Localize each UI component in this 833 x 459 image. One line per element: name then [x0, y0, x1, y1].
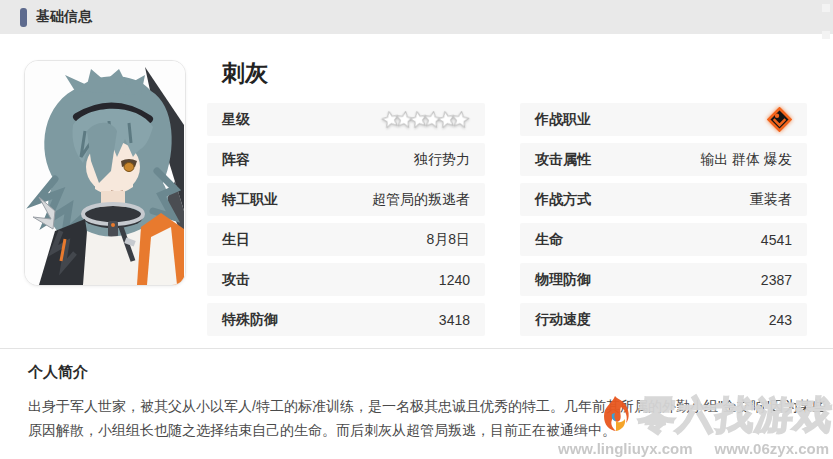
character-portrait-art	[25, 61, 185, 285]
decor-square	[822, 31, 830, 39]
info-row-label: 作战方式	[535, 191, 591, 209]
basic-info-table-left: 星级阵容独行势力特工职业超管局的叛逃者生日8月8日攻击1240特殊防御3418	[207, 103, 485, 343]
info-row-value: 3418	[439, 312, 470, 328]
watermark-url-2: www.06zyx.com	[715, 440, 830, 457]
info-row-label: 攻击	[222, 271, 250, 289]
info-row-label: 行动速度	[535, 311, 591, 329]
info-row-value: 输出 群体 爆发	[700, 151, 792, 169]
info-row: 特工职业超管局的叛逃者	[207, 183, 485, 216]
info-row-value: 8月8日	[426, 231, 470, 249]
basic-info-table-right: 作战职业攻击属性输出 群体 爆发作战方式重装者生命4541物理防御2387行动速…	[520, 103, 807, 343]
section-header: 基础信息	[0, 0, 833, 34]
profile-title: 个人简介	[28, 363, 88, 382]
info-row-label: 阵容	[222, 151, 250, 169]
watermark-url-1: www.lingliuyx.com	[558, 440, 692, 457]
info-row: 作战方式重装者	[520, 183, 807, 216]
page: 基础信息	[0, 0, 833, 459]
profile-text: 出身于军人世家，被其父从小以军人/特工的标准训练，是一名极其忠诚且优秀的特工。几…	[28, 394, 829, 442]
info-row-label: 生日	[222, 231, 250, 249]
info-row: 生命4541	[520, 223, 807, 256]
info-row: 行动速度243	[520, 303, 807, 336]
info-row: 攻击1240	[207, 263, 485, 296]
info-row-label: 特工职业	[222, 191, 278, 209]
info-row-value: 2387	[761, 272, 792, 288]
info-row-label: 物理防御	[535, 271, 591, 289]
info-row-label: 星级	[222, 111, 250, 129]
info-row-label: 攻击属性	[535, 151, 591, 169]
heavy-class-diamond-icon	[767, 107, 792, 132]
section-indicator-bar	[20, 8, 27, 27]
star-rating	[386, 110, 470, 129]
decor-square	[822, 4, 830, 12]
info-row-value: 4541	[761, 232, 792, 248]
info-row-value: 独行势力	[414, 151, 470, 169]
watermark-urls: www.lingliuyx.com www.06zyx.com	[558, 440, 829, 457]
section-title: 基础信息	[36, 8, 92, 26]
info-row-label: 生命	[535, 231, 563, 249]
info-row: 生日8月8日	[207, 223, 485, 256]
section-divider	[0, 348, 833, 349]
info-row: 阵容独行势力	[207, 143, 485, 176]
info-row-value: 1240	[439, 272, 470, 288]
info-row: 作战职业	[520, 103, 807, 136]
info-row: 物理防御2387	[520, 263, 807, 296]
character-name: 刺灰	[222, 58, 268, 89]
info-row-value: 243	[769, 312, 792, 328]
combat-class-icon-cell	[767, 107, 792, 132]
star-icon	[450, 109, 471, 130]
info-row-label: 特殊防御	[222, 311, 278, 329]
character-portrait	[24, 60, 186, 286]
info-row-value: 超管局的叛逃者	[372, 191, 470, 209]
info-row-label: 作战职业	[535, 111, 591, 129]
info-row: 攻击属性输出 群体 爆发	[520, 143, 807, 176]
info-row: 特殊防御3418	[207, 303, 485, 336]
info-row-value: 重装者	[750, 191, 792, 209]
info-row: 星级	[207, 103, 485, 136]
